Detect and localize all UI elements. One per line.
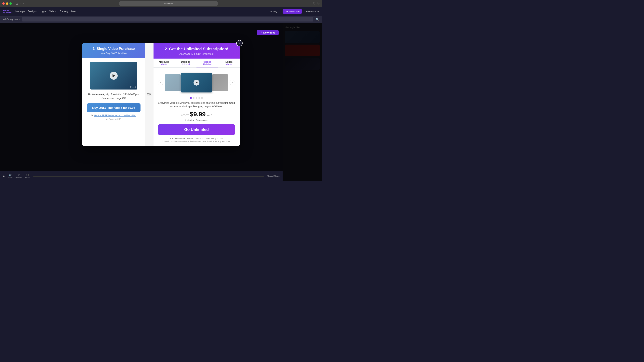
sidebar-toggle-icon[interactable]: ⊡ — [15, 2, 19, 6]
all-categories-label[interactable]: All Categories ▾ — [3, 18, 20, 21]
per-month-label: /mo* — [206, 114, 212, 117]
panel-left-body: Placeit No Watermark, High Resolution (1… — [82, 58, 145, 146]
panel-left-header: 1. Single Video Purchase You Only Get Th… — [82, 43, 145, 58]
nav-logos[interactable]: Logos — [40, 10, 46, 13]
go-unlimited-button[interactable]: Go Unlimited — [158, 124, 235, 135]
tab-logos-label: Logos — [219, 61, 239, 63]
carousel: ‹ › — [158, 71, 235, 95]
buy-video-button[interactable]: Buy ONLY This Video for $9.95 — [87, 103, 140, 112]
close-modal-button[interactable]: × — [236, 40, 242, 46]
or-text: Or — [91, 114, 94, 117]
tabs-row: Mockups Unlimited Designs Unlimited Vide… — [153, 59, 240, 68]
fine-print-2: 1 month minimum commitment if subscriber… — [162, 140, 230, 143]
tab-videos[interactable]: Videos Unlimited — [196, 59, 218, 68]
play-button[interactable] — [110, 72, 118, 80]
fine-print: *Cancel anytime. Unlimited subscription … — [162, 137, 230, 143]
nav-back-icon[interactable]: ‹ — [20, 2, 22, 5]
download-button[interactable]: ⬇ Download — [257, 30, 279, 35]
search-bar-row: All Categories ▾ 🔍 — [0, 16, 322, 23]
replace-icon[interactable]: ↺Replace — [16, 174, 22, 179]
dot-1[interactable] — [190, 97, 192, 99]
nav-videos[interactable]: Videos — [49, 10, 56, 13]
carousel-prev-button[interactable]: ‹ — [158, 80, 163, 85]
tab-mockups-sub: Unlimited — [154, 63, 174, 66]
carousel-side-left — [165, 74, 181, 91]
free-video-link-row: Or Get the FREE Watermarked Low Res Vide… — [91, 114, 136, 117]
logo[interactable]: Placeit by envato — [3, 10, 12, 14]
description-text: , High Resolution (1920x1080px). Commerc… — [102, 93, 139, 100]
tab-videos-label: Videos — [197, 61, 217, 63]
search-input[interactable] — [22, 17, 313, 22]
unlimited-downloads-label: Unlimited Downloads — [186, 119, 208, 122]
browser-toolbar: ⊡ ‹ › placeit.net 🛡 ↻ — [15, 2, 320, 6]
single-purchase-panel: 1. Single Video Purchase You Only Get Th… — [82, 43, 145, 146]
carousel-main-thumb — [181, 73, 212, 93]
carousel-thumb-right — [212, 74, 228, 91]
carousel-center-item — [181, 73, 212, 93]
nav-bar: Placeit by envato Mockups Designs Logos … — [0, 7, 322, 16]
modal: × 1. Single Video Purchase You Only Get … — [82, 43, 240, 146]
close-window-button[interactable] — [2, 2, 5, 5]
pricing-row: From: $9.99 /mo* — [181, 111, 212, 118]
play-icon — [112, 74, 115, 77]
browser-chrome: ⊡ ‹ › placeit.net 🛡 ↻ — [0, 0, 322, 7]
no-watermark-label: No Watermark — [88, 93, 104, 96]
listen-icon[interactable]: 🎧Listen — [25, 174, 30, 179]
url-bar[interactable]: placeit.net — [119, 2, 218, 6]
minimize-window-button[interactable] — [6, 2, 8, 5]
fine-print-text: Unlimited subscription billed yearly in … — [185, 137, 223, 140]
logo-sub: by envato — [3, 12, 12, 14]
or-divider: OR — [145, 43, 154, 146]
free-watermarked-link[interactable]: Get the FREE Watermarked Low Res Video — [94, 114, 136, 117]
download-label: Download — [263, 31, 276, 34]
refresh-icon[interactable]: ↻ — [317, 2, 320, 5]
tab-designs[interactable]: Designs Unlimited — [175, 59, 196, 68]
purchase-description: No Watermark, High Resolution (1920x1080… — [87, 93, 140, 100]
tab-logos-sub: Unlimited — [219, 63, 239, 66]
play-icon[interactable]: ▶ — [3, 175, 5, 177]
dot-2[interactable] — [193, 97, 194, 99]
or-label: OR — [147, 93, 152, 96]
nav-gaming[interactable]: Gaming — [60, 10, 68, 13]
nav-forward-icon[interactable]: › — [23, 2, 24, 5]
watermark-label: Placeit — [130, 86, 136, 88]
carousel-main — [165, 71, 228, 95]
timeline[interactable] — [33, 176, 264, 177]
free-account-link[interactable]: Free Account — [306, 10, 319, 13]
nav-designs[interactable]: Designs — [28, 10, 36, 13]
audio-icon[interactable]: 🔊Audio — [8, 174, 12, 179]
video-thumbnail: Placeit — [90, 62, 137, 90]
carousel-dots — [190, 97, 203, 99]
traffic-lights — [2, 2, 12, 5]
prices-usd-label: All Prices in USD — [106, 118, 121, 120]
desc-text: Everything you'd get when you purchase o… — [158, 102, 224, 104]
nav-links: Mockups Designs Logos Videos Gaming Lear… — [15, 10, 77, 13]
dot-5[interactable] — [201, 97, 203, 99]
unlimited-description: Everything you'd get when you purchase o… — [158, 101, 235, 108]
play-all-slides-label[interactable]: Play All Slides — [267, 175, 280, 177]
panel-right-body: ‹ › — [153, 68, 240, 146]
from-label: From: — [181, 114, 189, 117]
get-downloads-button[interactable]: Get Downloads — [282, 9, 302, 14]
maximize-window-button[interactable] — [10, 2, 12, 5]
url-text: placeit.net — [164, 2, 174, 5]
unlimited-title: 2. Get the Unlimited Subscription! — [158, 47, 235, 51]
panel-right-header: 2. Get the Unlimited Subscription! Acces… — [153, 43, 240, 59]
tab-logos[interactable]: Logos Unlimited — [218, 59, 240, 68]
pricing-link[interactable]: Pricing — [269, 10, 279, 14]
search-icon[interactable]: 🔍 — [316, 18, 319, 21]
dot-4[interactable] — [198, 97, 200, 99]
tab-designs-sub: Unlimited — [176, 63, 196, 66]
carousel-play-button[interactable] — [194, 80, 200, 86]
price-value: $9.99 — [190, 111, 206, 118]
nav-mockups[interactable]: Mockups — [15, 10, 25, 13]
tab-mockups-label: Mockups — [154, 61, 174, 63]
carousel-next-button[interactable]: › — [230, 80, 235, 85]
dot-3[interactable] — [196, 97, 197, 99]
carousel-play-icon — [196, 81, 198, 84]
tab-videos-sub: Unlimited — [197, 63, 217, 66]
bottom-bar: ▶ 🔊Audio ↺Replace 🎧Listen Play All Slide… — [0, 171, 282, 181]
tab-mockups[interactable]: Mockups Unlimited — [153, 59, 175, 68]
cancel-anytime-label: *Cancel anytime. — [170, 137, 185, 140]
nav-learn[interactable]: Learn — [71, 10, 77, 13]
